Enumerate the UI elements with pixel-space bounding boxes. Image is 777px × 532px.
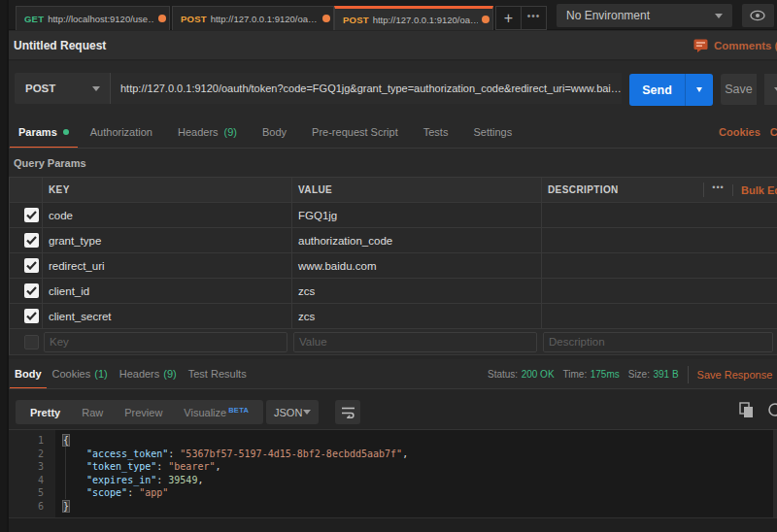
param-key[interactable]: client_id	[49, 285, 89, 297]
query-params-section: Query Params	[9, 149, 777, 177]
param-value[interactable]: authorization_code	[298, 235, 392, 247]
save-button[interactable]: Save	[721, 74, 757, 105]
chevron-down-icon	[696, 87, 702, 92]
save-options-button[interactable]	[764, 74, 777, 105]
header-check-cell	[10, 178, 42, 202]
method-selector[interactable]: POST	[15, 73, 111, 104]
view-preview-button[interactable]: Preview	[114, 407, 173, 418]
request-tab-3-active[interactable]: POST http://127.0.0.1:9120/oa…	[334, 6, 493, 30]
code-line: 1 {	[9, 434, 777, 448]
tab-authorization[interactable]: Authorization	[78, 116, 165, 149]
status-label: Status:	[488, 369, 518, 380]
param-checkbox[interactable]	[24, 309, 39, 323]
param-row: code FGQ1jg	[10, 203, 777, 228]
view-visualize-button[interactable]: VisualizeBETA	[173, 407, 259, 418]
param-description[interactable]	[541, 279, 777, 303]
editor-scrollbar[interactable]	[773, 430, 777, 518]
param-key[interactable]: client_secret	[49, 311, 112, 322]
tab-response-body[interactable]: Body	[10, 359, 47, 389]
new-tab-button[interactable]: +	[496, 7, 522, 29]
tab-body[interactable]: Body	[250, 116, 299, 149]
view-pretty-button[interactable]: Pretty	[19, 407, 71, 418]
params-menu-button[interactable]: •••	[703, 183, 732, 197]
tab-method-post: POST	[343, 15, 369, 25]
wrap-lines-button[interactable]	[335, 400, 360, 424]
chevron-down-icon	[303, 410, 311, 415]
param-value[interactable]: FGQ1jg	[298, 210, 337, 221]
cookies-link[interactable]: Cookies	[719, 126, 760, 138]
tab-prerequest-script[interactable]: Pre-request Script	[299, 116, 411, 149]
json-key: "token_type"	[86, 461, 156, 472]
method-label: POST	[25, 83, 92, 94]
code-line: 5 "scope": "app"	[9, 486, 777, 500]
tab-prerequest-label: Pre-request Script	[312, 126, 398, 138]
bulk-edit-link[interactable]: Bulk Edit	[732, 184, 777, 196]
colon: :	[168, 449, 180, 459]
param-checkbox[interactable]	[24, 283, 39, 298]
param-description[interactable]	[541, 203, 777, 227]
param-value[interactable]: www.baidu.com	[298, 260, 377, 272]
tab-headers[interactable]: Headers (9)	[165, 116, 250, 149]
request-title: Untitled Request	[14, 39, 106, 52]
request-builder: POST http://127.0.0.1:9120/oauth/token?c…	[9, 61, 777, 116]
new-param-row: Key Value Description	[10, 329, 777, 355]
send-button[interactable]: Send	[629, 74, 686, 106]
new-description-input[interactable]: Description	[543, 332, 773, 352]
environment-quick-look-button[interactable]	[742, 4, 774, 27]
param-value[interactable]: zcs	[298, 285, 315, 297]
response-tabs: Body Cookies (1) Headers (9) Test Result…	[9, 359, 777, 389]
new-key-input[interactable]: Key	[44, 332, 287, 352]
view-raw-button[interactable]: Raw	[71, 407, 114, 418]
param-value[interactable]: zcs	[298, 311, 315, 322]
unsaved-dot-icon	[482, 16, 490, 23]
tab-options-button[interactable]: •••	[522, 7, 546, 29]
check-icon	[26, 286, 37, 295]
line-number: 2	[9, 449, 44, 459]
param-checkbox[interactable]	[24, 258, 39, 273]
environment-selector[interactable]: No Environment	[557, 4, 732, 27]
tab-test-results[interactable]: Test Results	[183, 359, 253, 389]
json-value: "bearer"	[168, 461, 215, 472]
tab-response-headers[interactable]: Headers (9)	[114, 359, 183, 389]
param-checkbox[interactable]	[24, 208, 39, 222]
response-language-selector[interactable]: JSON	[266, 400, 319, 424]
comment-icon	[693, 39, 708, 52]
request-tab-2[interactable]: POST http://127.0.0.1:9120/oa…	[172, 6, 334, 30]
code-link[interactable]: Code	[770, 126, 777, 138]
param-checkbox[interactable]	[24, 233, 39, 248]
send-options-button[interactable]	[686, 74, 713, 106]
tab-tests[interactable]: Tests	[411, 116, 461, 149]
time-label: Time:	[563, 369, 588, 380]
tab-method-post: POST	[181, 14, 207, 24]
comma: ,	[215, 461, 220, 472]
param-description[interactable]	[541, 304, 777, 328]
response-view-bar: Pretty Raw Preview VisualizeBETA JSON	[9, 389, 777, 429]
param-checkbox-empty[interactable]	[24, 335, 39, 349]
tab-headers-label: Headers	[178, 126, 219, 138]
url-input[interactable]: http://127.0.0.1:9120/oauth/token?code=F…	[111, 73, 622, 104]
tab-params[interactable]: Params	[10, 116, 78, 149]
new-value-input[interactable]: Value	[293, 332, 537, 352]
request-tab-1[interactable]: GET http://localhost:9120/use…	[16, 6, 170, 30]
comments-button[interactable]: Comments (0)	[693, 39, 777, 52]
param-description[interactable]	[541, 253, 777, 278]
copy-response-button[interactable]	[739, 402, 755, 422]
param-key[interactable]: code	[49, 210, 73, 221]
environment-label: No Environment	[566, 9, 715, 22]
param-key[interactable]: redirect_uri	[49, 260, 105, 272]
param-description[interactable]	[541, 228, 777, 252]
json-value: 39549	[168, 475, 197, 485]
save-response-button[interactable]: Save Response	[697, 369, 777, 381]
param-row: client_id zcs	[10, 279, 777, 304]
json-key: "expires_in"	[86, 475, 156, 485]
tab-settings[interactable]: Settings	[460, 116, 524, 149]
param-key[interactable]: grant_type	[49, 235, 101, 247]
chevron-down-icon	[92, 86, 100, 91]
check-icon	[26, 211, 37, 219]
response-body-editor[interactable]: 1 { 2 "access_token": "5367bf57-5197-4d1…	[9, 429, 777, 517]
chevron-down-icon	[715, 14, 723, 18]
tab-response-cookies[interactable]: Cookies (1)	[47, 359, 114, 389]
code-line: 4 "expires_in": 39549,	[9, 474, 777, 487]
search-response-button[interactable]	[767, 402, 777, 423]
headers-count: (9)	[224, 126, 237, 138]
